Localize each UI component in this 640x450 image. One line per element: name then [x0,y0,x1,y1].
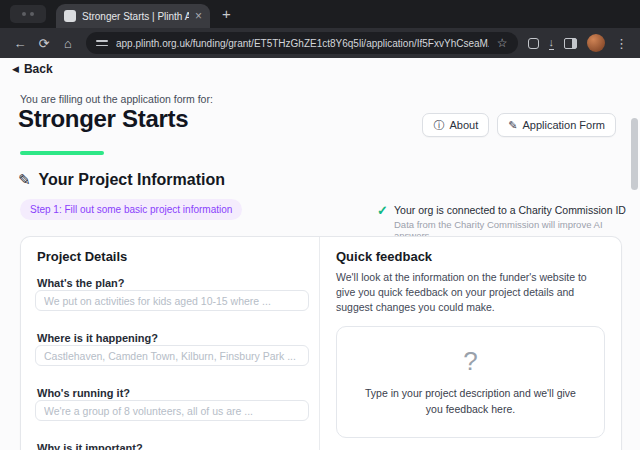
info-icon: ⓘ [433,118,444,133]
toolbar-right-icons: ↓ ⋮ [524,34,633,52]
tab-favicon-icon [64,10,76,22]
section-title: Your Project Information [39,171,225,189]
field-label-why: Why is it important? [37,442,143,450]
feedback-empty-state: ? Type in your project description and w… [336,326,605,438]
about-button[interactable]: ⓘ About [422,113,489,137]
url-text: app.plinth.org.uk/funding/grant/ET5THzGh… [116,38,489,49]
field-label-who: Who's running it? [37,387,130,399]
back-link-label: Back [24,62,53,76]
window-control-dot [22,12,26,16]
close-tab-icon[interactable]: × [195,10,202,22]
field-label-plan: What's the plan? [37,277,125,289]
header-buttons: ⓘ About ✎ Application Form [422,113,616,137]
project-details-heading: Project Details [37,249,127,264]
application-form-button[interactable]: ✎ Application Form [497,113,616,137]
pencil-icon: ✎ [18,171,31,189]
section-heading: ✎ Your Project Information [18,171,225,189]
reload-icon[interactable]: ⟳ [32,36,56,51]
menu-icon[interactable]: ⋮ [615,36,628,51]
home-icon[interactable]: ⌂ [56,36,80,51]
address-bar[interactable]: app.plinth.org.uk/funding/grant/ET5THzGh… [86,32,518,54]
page-content: ◀ Back You are filling out the applicati… [0,58,640,450]
download-icon[interactable]: ↓ [549,37,555,50]
profile-avatar[interactable] [587,34,605,52]
back-icon[interactable]: ← [8,36,32,51]
extensions-icon[interactable] [528,38,539,49]
window-control-dot [30,12,34,16]
location-input[interactable] [35,345,309,366]
window-controls[interactable] [10,5,46,23]
progress-bar [20,151,104,155]
about-button-label: About [449,119,478,131]
quick-feedback-heading: Quick feedback [336,249,605,264]
scrollbar-thumb[interactable] [631,118,638,190]
sidebar-icon[interactable] [564,38,577,49]
feedback-empty-text: Type in your project description and we'… [361,386,580,416]
project-details-pane: Project Details What's the plan? Where i… [21,237,319,450]
form-card: Project Details What's the plan? Where i… [20,236,622,450]
who-input[interactable] [35,400,309,421]
charity-status-line1: Your org is connected to a Charity Commi… [394,204,626,216]
bookmark-star-icon[interactable]: ☆ [497,36,508,50]
quick-feedback-description: We'll look at the information on the fun… [336,270,605,316]
step-badge: Step 1: Fill out some basic project info… [20,199,242,220]
intro-text: You are filling out the application form… [20,93,213,105]
application-form-button-label: Application Form [522,119,605,131]
plan-input[interactable] [35,290,309,311]
browser-toolbar: ← ⟳ ⌂ app.plinth.org.uk/funding/grant/ET… [0,28,640,58]
form-pencil-icon: ✎ [508,119,517,132]
check-icon: ✓ [377,203,388,218]
browser-tab[interactable]: Stronger Starts | Plinth AI Gra × [56,4,210,28]
site-settings-icon[interactable] [96,38,108,48]
new-tab-button[interactable]: + [222,6,231,22]
question-mark-icon: ? [463,346,477,377]
back-triangle-icon: ◀ [12,64,19,74]
back-link[interactable]: ◀ Back [12,62,53,76]
quick-feedback-pane: Quick feedback We'll look at the informa… [319,237,621,450]
field-label-location: Where is it happening? [37,332,158,344]
page-title: Stronger Starts [18,105,188,133]
tab-strip: Stronger Starts | Plinth AI Gra × + [0,0,640,28]
browser-window: Stronger Starts | Plinth AI Gra × + ← ⟳ … [0,0,640,450]
tab-title: Stronger Starts | Plinth AI Gra [82,11,189,22]
